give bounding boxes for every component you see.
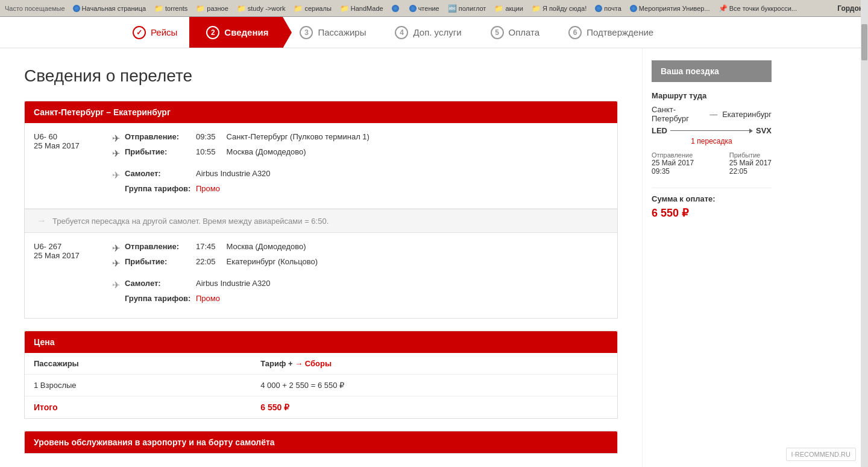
tariff-link-2[interactable]: Промо [196,294,220,303]
route-arrow-icon [749,129,753,133]
globe-icon [595,5,602,12]
step-4-extras[interactable]: 4 Доп. услуги [378,17,473,48]
total-amount: 6 550 ₽ [251,396,617,419]
aircraft-value: Airbus Industrie A320 [196,169,271,178]
departure-icon-2: ✈ [112,243,120,254]
flight-section-header: Санкт-Петербург – Екатеринбург [25,101,617,123]
globe-icon [409,5,417,12]
content-area: Сведения о перелете Санкт-Петербург – Ек… [0,48,642,467]
departure-city-2: Москва (Домодедово) [227,242,306,251]
folder-icon: 📁 [196,4,205,13]
step-5-label: Оплата [509,27,540,37]
bookmark-akcii[interactable]: 📁 акции [491,3,526,14]
folder-icon: 📁 [532,4,541,13]
step-5-payment[interactable]: 5 Оплата [474,17,552,48]
tariff-label-2: Группа тарифов: [125,294,191,303]
browser-toolbar: Часто посещаемые Начальная страница 📁 to… [0,0,868,17]
flight-1-row: U6- 60 25 Мая 2017 ✈ Отправление: 09:35 … [25,123,617,209]
arrival-time: 10:55 [196,147,216,156]
bookmark-goidusuda[interactable]: 📁 Я пойду сюда! [529,3,590,14]
sidebar-departure-label: Отправление [652,151,694,159]
sidebar-arrival-time: 22:05 [729,167,772,176]
sidebar-total-amount: 6 550 ₽ [652,206,772,220]
main-wrapper: Сведения о перелете Санкт-Петербург – Ек… [0,48,868,467]
flight-1-departure-row: ✈ Отправление: 09:35 Санкт-Петербург (Пу… [112,132,608,144]
step-3-label: Пассажиры [318,27,366,37]
price-formula: 4 000 + 2 550 = 6 550 ₽ [251,375,617,396]
step-6-confirm[interactable]: 6 Подтверждение [552,17,665,48]
sidebar-departure-col: Отправление 25 Май 2017 09:35 [652,151,694,176]
step-2-circle: 2 [206,26,219,39]
arrival-label: Прибытие: [125,147,191,156]
flight-1-arrival-row: ✈ Прибытие: 10:55 Москва (Домодедово) [112,147,608,159]
bookmark-handmade[interactable]: 📁 HandMade [337,3,386,14]
step-2-svedeniya[interactable]: 2 Сведения [189,17,283,48]
step-6-label: Подтверждение [587,27,653,37]
sidebar-to-city: Екатеринбург [722,110,772,119]
sidebar-direction-label: Маршрут туда [652,91,772,100]
step-3-circle: 3 [300,26,313,39]
route-line [670,130,749,131]
transfer-divider: → Требуется пересадка на другой самолет.… [25,209,617,233]
icon: 📌 [719,4,728,13]
arrival-icon-2: ✈ [112,258,120,269]
bookmark-study[interactable]: 📁 study ->work [234,3,289,14]
bookmark-bookcross[interactable]: 📌 Все точки буккросси... [715,3,800,14]
scrollbar[interactable] [861,0,868,467]
aircraft-label-2: Самолет: [125,279,191,288]
bookmark-polyglot[interactable]: 🔤 полиглот [445,3,489,14]
folder-icon: 📁 [294,4,303,13]
arrival-label-2: Прибытие: [125,257,191,266]
username: Гордон [837,4,863,13]
price-table: Пассажиры Тариф + → Сборы 1 Взрослые 4 0… [25,353,617,418]
flight-2-arrival-row: ✈ Прибытие: 22:05 Екатеринбург (Кольцово… [112,257,608,269]
globe-icon [392,5,399,12]
passenger-label: 1 Взрослые [25,375,251,396]
scrollbar-thumb[interactable] [861,24,867,60]
page-title: Сведения о перелете [24,66,618,86]
flight-1-date: 25 Мая 2017 [34,141,112,150]
bookmark-raznoe[interactable]: 📁 разное [193,3,231,14]
step-3-passengers[interactable]: 3 Пассажиры [283,17,378,48]
arrival-city: Москва (Домодедово) [227,147,306,156]
bookmark-serials[interactable]: 📁 сериалы [291,3,334,14]
bookmark-home[interactable]: Начальная страница [70,4,149,13]
sidebar-from-code: LED [652,126,667,135]
aircraft-icon: ✈ [112,170,120,181]
globe-icon [630,5,637,12]
icon: 🔤 [448,4,457,13]
transfer-arrow-icon: → [37,215,46,226]
sidebar-departure-time: 09:35 [652,167,694,176]
bookmark-globe1[interactable] [389,4,404,13]
fees-link[interactable]: Сборы [305,359,332,368]
transfer-note: Требуется пересадка на другой самолет. В… [52,217,329,226]
sidebar-arrival-date: 25 Май 2017 [729,159,772,167]
step-5-circle: 5 [491,26,504,39]
sidebar-total: Сумма к оплате: 6 550 ₽ [652,188,772,220]
step-1-flights[interactable]: ✓ Рейсы [115,17,189,48]
bookmark-pochta[interactable]: почта [592,4,624,13]
sidebar-departure-date: 25 Май 2017 [652,159,694,167]
tariff-label: Группа тарифов: [125,184,191,193]
step-4-label: Доп. услуги [413,27,461,37]
tariff-link-1[interactable]: Промо [196,184,220,193]
flight-section: Санкт-Петербург – Екатеринбург U6- 60 25… [24,101,618,319]
flight-2-id-col: U6- 267 25 Мая 2017 [34,242,112,260]
steps-bar: ✓ Рейсы 2 Сведения 3 Пассажиры 4 Доп. ус… [0,17,868,48]
step-1-label: Рейсы [151,27,177,37]
price-section: Цена Пассажиры Тариф + → Сборы 1 Взросл [24,331,618,419]
bookmark-events[interactable]: Мероприятия Универ... [627,4,713,13]
sidebar-airports: LED SVX [652,126,772,135]
aircraft-label: Самолет: [125,169,191,178]
price-col2-header: Тариф + → Сборы [251,353,617,375]
bookmark-torrents[interactable]: 📁 torrents [151,3,190,14]
flight-1-tariff-row: ✈ Группа тарифов: Промо [112,184,608,196]
folder-icon: 📁 [494,4,503,13]
bookmark-label: Часто посещаемые [5,5,65,12]
bookmark-reading[interactable]: чтение [406,4,442,13]
flight-2-number: U6- 267 [34,242,112,251]
departure-time: 09:35 [196,132,216,141]
stopover-link[interactable]: 1 пересадка [652,137,772,145]
flight-1-aircraft-row: ✈ Самолет: Airbus Industrie A320 [112,164,608,181]
aircraft-value-2: Airbus Industrie A320 [196,279,271,288]
